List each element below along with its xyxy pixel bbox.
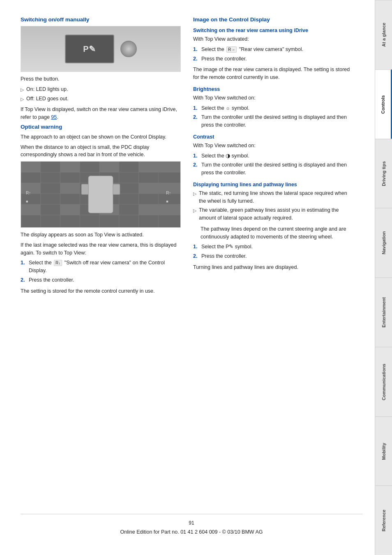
- topview-step-2: 2. Press the controller.: [21, 276, 181, 284]
- sidebar-tab-label: Communications: [381, 363, 386, 400]
- svg-rect-23: [21, 204, 41, 215]
- panel-display-text: P✎: [83, 44, 95, 54]
- brightness-topview: With Top View switched on:: [193, 94, 353, 102]
- turning-bullet-2: ▷ The variable, green pathway lines assi…: [193, 206, 353, 222]
- brightness-step2-text: Turn the controller until the desired se…: [201, 113, 353, 129]
- optical-warning-heading: Optical warning: [21, 124, 181, 130]
- turning-lines-final: Turning lines and pathway lines are disp…: [193, 264, 353, 271]
- rear-cam-list: 1. Select the R→ "Rear view camera" symb…: [193, 46, 353, 63]
- sidebar-tab-communications[interactable]: Communications: [375, 347, 392, 416]
- rear-cam-step2-text: Press the controller.: [201, 55, 247, 63]
- step-num-1: 1.: [193, 46, 199, 53]
- contrast-topview: With Top View switched on:: [193, 142, 353, 150]
- sidebar-tab-label: Driving tips: [381, 161, 386, 186]
- turning-lines-heading: Displaying turning lines and pathway lin…: [193, 182, 353, 187]
- step-num-1: 1.: [193, 152, 199, 160]
- optical-para1: The approach to an object can be shown o…: [21, 133, 181, 141]
- with-top-view-1: With Top View activated:: [193, 35, 353, 43]
- contrast-heading: Contrast: [193, 134, 353, 140]
- rear-cam-symbol-2: R→: [226, 46, 237, 53]
- page-number: 91: [21, 519, 362, 527]
- triangle-icon: ▷: [21, 86, 24, 93]
- main-content: Switching on/off manually P✎ Press the b…: [0, 0, 375, 555]
- panel-knob: [120, 41, 137, 57]
- sidebar-tab-entertainment[interactable]: Entertainment: [375, 278, 392, 347]
- step-num-1: 1.: [193, 243, 199, 251]
- svg-rect-24: [60, 204, 80, 215]
- svg-text:R↑: R↑: [26, 191, 31, 195]
- switching-rear-subheading: Switching on the rear view camera using …: [193, 28, 353, 33]
- svg-rect-30: [113, 184, 120, 194]
- sidebar-tab-navigation[interactable]: Navigation: [375, 208, 392, 278]
- topview-step1-text: Select the R↓ "Switch off rear view came…: [29, 259, 181, 275]
- left-column: Switching on/off manually P✎ Press the b…: [21, 16, 181, 506]
- topview-image: R↑ R↑ ■ ■: [21, 161, 181, 228]
- sidebar-tab-driving-tips[interactable]: Driving tips: [375, 139, 392, 208]
- svg-rect-14: [60, 162, 80, 172]
- brightness-step-1: 1. Select the ☼ symbol.: [193, 104, 353, 112]
- pathway-lines-para: The pathway lines depend on the current …: [201, 225, 353, 241]
- svg-text:■: ■: [166, 199, 168, 204]
- panel-display: P✎: [65, 35, 114, 63]
- contrast-step-1: 1. Select the ◑ symbol.: [193, 152, 353, 160]
- right-column: Image on the Control Display Switching o…: [193, 16, 353, 506]
- step-num-2: 2.: [193, 161, 199, 177]
- svg-rect-13: [21, 162, 41, 172]
- rear-cam-step-2: 2. Press the controller.: [193, 55, 353, 63]
- svg-rect-29: [81, 184, 88, 194]
- bullet-off-text: Off: LED goes out.: [26, 95, 69, 103]
- contrast-step1-text: Select the ◑ symbol.: [201, 152, 249, 160]
- svg-text:■: ■: [26, 199, 28, 204]
- brightness-step1-text: Select the ☼ symbol.: [201, 104, 249, 112]
- contrast-step-2: 2. Turn the controller until the desired…: [193, 161, 353, 177]
- sidebar-tab-controls[interactable]: Controls: [375, 69, 392, 139]
- sidebar-tab-label: Entertainment: [381, 297, 386, 328]
- sidebar-tab-mobility[interactable]: Mobility: [375, 416, 392, 486]
- panel-container: P✎: [21, 26, 180, 72]
- rear-cam-step-1: 1. Select the R→ "Rear view camera" symb…: [193, 46, 353, 53]
- turning-lines-bullets: ▷ The static, red turning line shows the…: [193, 190, 353, 222]
- svg-rect-17: [158, 162, 180, 172]
- setting-stored-para: The setting is stored for the remote con…: [21, 287, 181, 295]
- bullet-off: ▷ Off: LED goes out.: [21, 95, 181, 103]
- turning-bullet-1: ▷ The static, red turning line shows the…: [193, 190, 353, 205]
- turning-lines-list: 1. Select the P✎ symbol. 2. Press the co…: [193, 243, 353, 260]
- svg-rect-16: [139, 162, 159, 172]
- contrast-step2-text: Turn the controller until the desired se…: [201, 161, 353, 177]
- optical-para3: If the last image selected was the rear …: [21, 241, 181, 257]
- rear-cam-step1-text: Select the R→ "Rear view camera" symbol.: [201, 46, 303, 53]
- triangle-icon: ▷: [21, 96, 24, 103]
- topview-caption: The display appears as soon as Top View …: [21, 231, 181, 239]
- turning-step-1: 1. Select the P✎ symbol.: [193, 243, 353, 251]
- contrast-list: 1. Select the ◑ symbol. 2. Turn the cont…: [193, 152, 353, 177]
- step-num-1: 1.: [193, 104, 199, 112]
- triangle-icon: ▷: [193, 207, 196, 222]
- turning-step1-text: Select the P✎ symbol.: [201, 243, 253, 251]
- svg-rect-26: [139, 204, 159, 215]
- sidebar-tab-label: Mobility: [381, 443, 386, 460]
- sidebar-tab-reference[interactable]: Reference: [375, 486, 392, 555]
- step-num-2: 2.: [21, 276, 26, 284]
- topview-step2-text: Press the controller.: [29, 276, 74, 284]
- bullet-on: ▷ On: LED lights up.: [21, 86, 181, 93]
- svg-rect-28: [88, 176, 113, 213]
- topview-container: R↑ R↑ ■ ■: [21, 162, 180, 227]
- svg-text:R↑: R↑: [166, 191, 171, 195]
- step-num-2: 2.: [193, 113, 199, 129]
- sidebar-tab-label: Reference: [381, 510, 386, 532]
- sidebar-tab-label: Controls: [380, 95, 385, 113]
- switching-heading: Switching on/off manually: [21, 16, 181, 23]
- svg-rect-27: [158, 204, 180, 215]
- top-view-switch-para: If Top View is displayed, switch on the …: [21, 106, 181, 121]
- sidebar-tab-at-a-glance[interactable]: At a glance: [375, 0, 392, 69]
- turning-bullet1-text: The static, red turning line shows the l…: [199, 190, 353, 205]
- brightness-list: 1. Select the ☼ symbol. 2. Turn the cont…: [193, 104, 353, 129]
- turning-step-2: 2. Press the controller.: [193, 252, 353, 260]
- brightness-heading: Brightness: [193, 86, 353, 92]
- turning-step2-text: Press the controller.: [201, 252, 247, 260]
- brightness-step-2: 2. Turn the controller until the desired…: [193, 113, 353, 129]
- panel-image: P✎: [21, 26, 181, 72]
- bullet-on-text: On: LED lights up.: [26, 86, 68, 93]
- optical-para2: When the distance to an object is small,…: [21, 143, 181, 159]
- topview-svg: R↑ R↑ ■ ■: [21, 162, 180, 227]
